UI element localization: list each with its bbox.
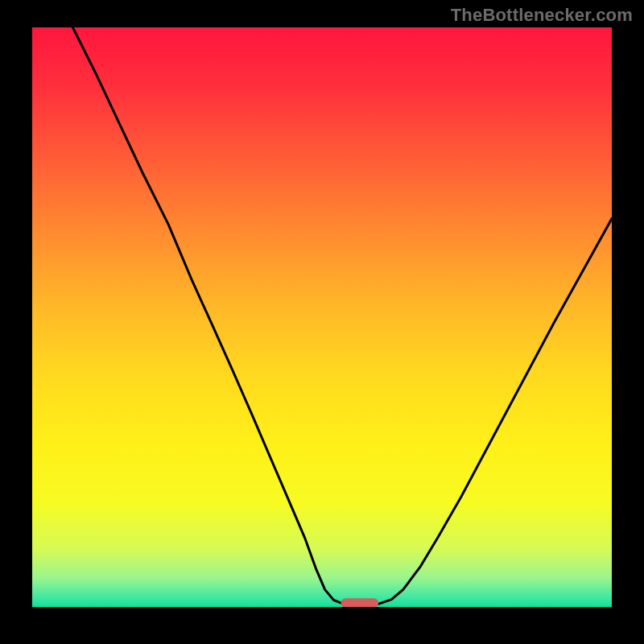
gradient-background — [32, 27, 612, 607]
watermark-text: TheBottlenecker.com — [451, 5, 633, 26]
chart-svg — [32, 27, 612, 607]
chart-frame: TheBottlenecker.com — [0, 0, 644, 644]
plot-area — [32, 27, 612, 607]
target-marker — [341, 598, 378, 607]
